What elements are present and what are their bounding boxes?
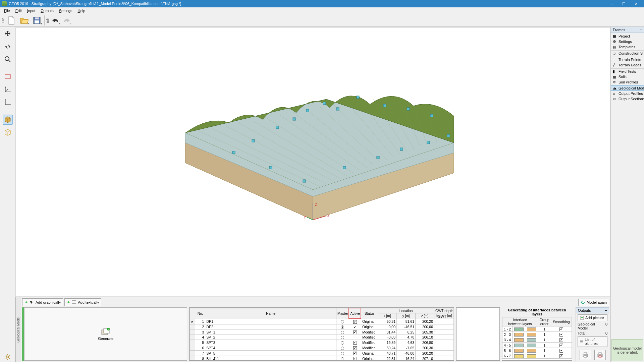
table-row[interactable]: 6SPT4Modified50,24-7,65200,30 — [190, 345, 454, 351]
frame-item-construction-site[interactable]: ⬭Construction Site — [611, 50, 644, 56]
svg-rect-9 — [306, 109, 309, 112]
frame-item-output-sections[interactable]: ▭Output Sections — [611, 96, 644, 102]
new-file-button[interactable] — [5, 15, 17, 26]
frame-item-field-tests[interactable]: ▮Field Tests — [611, 68, 644, 74]
frame-item-settings[interactable]: ⚙Settings — [611, 39, 644, 44]
redo-icon — [63, 18, 70, 23]
maximize-button[interactable]: ☐ — [618, 0, 630, 7]
menu-outputs[interactable]: Outputs — [38, 8, 56, 13]
frame-item-templates[interactable]: ▤Templates — [611, 44, 644, 50]
table-row[interactable]: 2DP2✓Original0,00-46,51200,00 — [190, 324, 454, 329]
menu-file[interactable]: File — [1, 8, 13, 13]
rotate3d-button[interactable] — [3, 42, 13, 52]
add-picture-button[interactable]: + Add picture — [578, 314, 607, 321]
interfaces-table[interactable]: Interfacebetween layers Grouporder Smoot… — [502, 317, 572, 361]
osect-icon: ▭ — [613, 97, 617, 101]
undo-button[interactable]: ▾ — [50, 15, 61, 26]
table-row[interactable]: 3SPT1Modified31,446,25205,30 — [190, 329, 454, 335]
col-group[interactable]: Grouporder — [538, 317, 551, 326]
redo-button[interactable]: ▾ — [61, 15, 72, 26]
col-y[interactable]: y [m] — [396, 313, 415, 319]
rotate3d-icon — [4, 43, 11, 50]
table-row[interactable]: ▸1DP1Original50,31-51,61200,20 — [190, 319, 454, 324]
print-color-button[interactable] — [594, 350, 606, 360]
fit-view-button[interactable] — [3, 72, 13, 82]
add-graphically-button[interactable]: ＋ Add graphically — [22, 298, 63, 306]
col-x[interactable]: x [m] — [378, 313, 396, 319]
open-file-button[interactable]: ▾ — [18, 15, 30, 26]
minimize-button[interactable]: — — [606, 0, 618, 7]
print-button[interactable] — [580, 350, 591, 360]
frame-item-terrain-edges[interactable]: ╱Terrain Edges — [611, 62, 644, 68]
folder-open-icon — [20, 17, 29, 24]
frame-item-label: Soils — [619, 75, 627, 79]
save-file-button[interactable]: ▾ — [31, 15, 43, 26]
table-row[interactable]: 5 - 61 — [502, 348, 572, 353]
col-gwt[interactable]: GWT depth — [434, 308, 454, 313]
panel-minimize-icon[interactable]: − — [605, 308, 607, 312]
svg-rect-12 — [357, 96, 359, 99]
table-row[interactable]: 4 - 51 — [502, 343, 572, 348]
col-active[interactable]: Active — [349, 308, 361, 319]
frame-item-soil-profiles[interactable]: ≋Soil Profiles — [611, 79, 644, 85]
menu-help[interactable]: Help — [75, 8, 88, 13]
frame-item-output-profiles[interactable]: ≡Output Profiles — [611, 91, 644, 96]
table-row[interactable]: 7SPT5Original40,71-46,00200,20 — [190, 351, 454, 356]
frame-item-terrain-points[interactable]: ·Terrain Points — [611, 57, 644, 62]
panel-minimize-icon[interactable]: − — [640, 28, 642, 32]
svg-rect-11 — [336, 108, 339, 110]
frame-item-label: Terrain Edges — [619, 63, 641, 67]
menu-input[interactable]: Input — [24, 8, 38, 13]
col-z[interactable]: z [m] — [415, 313, 434, 319]
table-row[interactable]: 3 - 41 — [502, 337, 572, 343]
generate-icon — [101, 328, 110, 336]
svg-rect-16 — [232, 151, 235, 154]
table-row[interactable]: 6 - 71 — [502, 353, 572, 359]
list-pictures-button[interactable]: List of pictures — [578, 336, 607, 347]
frame-item-geological-model[interactable]: ⛰Geological Model — [611, 85, 644, 91]
soils-icon: ▩ — [613, 75, 617, 79]
zoom-button[interactable] — [3, 54, 13, 64]
add-textually-button[interactable]: ＋ Add textually — [64, 298, 101, 306]
gmodel-icon: ⛰ — [613, 86, 617, 90]
frames-header: Frames — [613, 28, 625, 32]
svg-rect-39 — [599, 353, 601, 354]
undo-icon — [52, 18, 59, 23]
svg-point-32 — [107, 328, 110, 330]
axes-icon — [4, 86, 11, 93]
model-again-button[interactable]: Model again — [578, 299, 609, 306]
generate-button[interactable]: Generate — [24, 307, 187, 361]
project-icon: ▦ — [613, 34, 617, 38]
col-location[interactable]: Location — [378, 308, 434, 313]
table-row[interactable]: 5SPT3Modified19,894,63206,80 — [190, 340, 454, 345]
col-no[interactable]: No. — [195, 308, 205, 319]
svg-rect-17 — [269, 166, 272, 169]
window-title: GEO5 2019 - Stratigraphy [C:\_Stahovat\S… — [9, 2, 606, 6]
boreholes-table[interactable]: No. Name Master Active Status Location G… — [189, 307, 454, 361]
frame-item-project[interactable]: ▦Project — [611, 34, 644, 39]
frame-item-soils[interactable]: ▩Soils — [611, 74, 644, 79]
viewport-3d[interactable]: Z X Y — [16, 27, 610, 296]
frame-item-label: Field Tests — [619, 69, 636, 73]
pan-button[interactable] — [3, 29, 13, 39]
table-row[interactable]: 2 - 31 — [502, 332, 572, 337]
close-button[interactable]: ✕ — [630, 0, 642, 7]
table-row[interactable]: 4SPT2Modified-0,034,78206,10 — [190, 335, 454, 340]
table-row[interactable]: 8BH_J11Original22,5116,24207,10 — [190, 356, 454, 361]
axes-button[interactable] — [3, 84, 13, 95]
axes2-button[interactable] — [3, 97, 13, 107]
view-settings-button[interactable] — [3, 352, 13, 362]
table-row[interactable]: 1 - 21 — [502, 326, 572, 332]
menu-settings[interactable]: Settings — [56, 8, 75, 13]
menu-edit[interactable]: Edit — [13, 8, 24, 13]
col-hgwt[interactable]: hGWT [m] — [434, 313, 454, 319]
svg-rect-36 — [584, 353, 587, 354]
col-interface[interactable]: Interfacebetween layers — [502, 317, 538, 326]
view-solid-button[interactable] — [3, 115, 13, 125]
col-status[interactable]: Status — [361, 308, 378, 319]
col-name[interactable]: Name — [205, 308, 336, 319]
col-master[interactable]: Master — [336, 308, 349, 319]
col-smoothing[interactable]: Smoothing — [551, 317, 572, 326]
svg-rect-37 — [584, 356, 587, 357]
view-wire-button[interactable] — [3, 127, 13, 137]
